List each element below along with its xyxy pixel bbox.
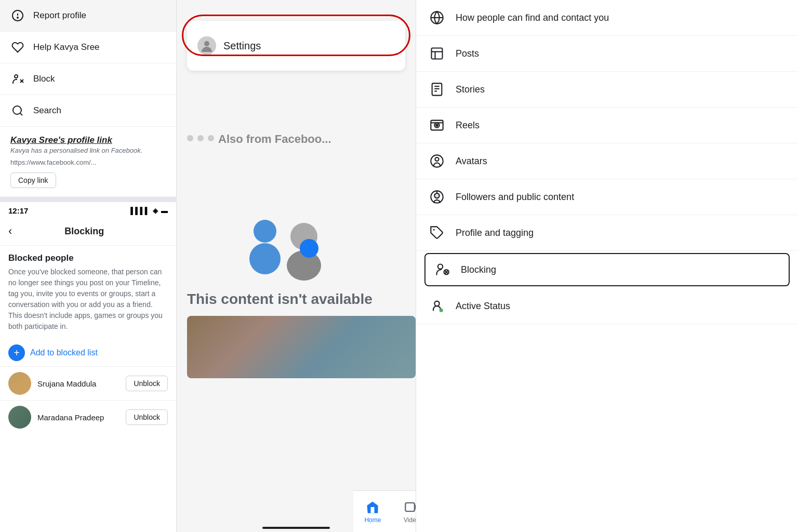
profile-link-title: Kavya Sree's profile link [10,135,166,145]
dots-blur [187,135,214,141]
help-label: Help Kavya Sree [33,42,100,52]
svg-line-7 [20,113,22,115]
right-panel: How people can find and contact you Post… [416,0,798,532]
svg-rect-25 [432,48,443,59]
svg-rect-10 [249,243,281,274]
svg-point-43 [438,264,443,269]
svg-point-6 [13,106,21,114]
how-people-label: How people can find and contact you [456,12,609,23]
avatars-label: Avatars [456,156,487,167]
copy-link-button[interactable]: Copy link [10,172,56,188]
left-panel: Report profile Help Kavya Sree Block [0,0,177,532]
home-indicator [262,527,330,529]
blocking-title: Blocking [18,226,150,237]
how-people-item[interactable]: How people can find and contact you [416,0,798,36]
signal-icon: ▌▌▌▌ [130,207,150,215]
gray-divider [0,197,176,202]
maradana-name: Maradana Pradeep [37,413,119,422]
profile-link-url: https://www.facebook.com/... [10,158,166,166]
svg-rect-14 [406,502,415,511]
menu-item-search[interactable]: Search [0,95,176,127]
settings-label: Settings [223,40,261,52]
nav-video-label: Video [404,516,416,524]
bottom-nav: Home Video Friends [353,490,416,532]
profile-link-section: Kavya Sree's profile link Kavya has a pe… [0,127,176,197]
reels-icon [429,117,445,134]
svg-point-8 [204,41,209,46]
active-status-icon [429,298,445,314]
back-button[interactable]: ‹ [8,224,12,238]
status-time: 12:17 [8,206,28,215]
posts-label: Posts [456,48,479,59]
menu-item-help[interactable]: Help Kavya Sree [0,32,176,63]
blocking-header: ‹ Blocking [0,217,176,246]
unblock-srujana-button[interactable]: Unblock [126,376,168,391]
wifi-icon: ◈ [153,207,158,215]
nav-home-label: Home [364,516,381,524]
exclamation-icon [10,8,25,23]
block-label: Block [33,74,55,84]
add-icon: + [8,344,25,361]
how-people-icon [429,9,445,26]
content-unavailable-text: This content isn't available [187,291,405,308]
status-bar: 12:17 ▌▌▌▌ ◈ ▬ [0,202,176,217]
settings-followers[interactable]: Followers and public content [416,179,798,215]
status-icons: ▌▌▌▌ ◈ ▬ [130,207,168,215]
followers-icon [429,189,445,205]
settings-active-status[interactable]: Active Status [416,288,798,324]
maradana-avatar [8,406,31,429]
settings-avatar [197,36,216,55]
svg-point-47 [434,301,439,306]
avatars-icon [429,153,445,169]
search-icon [10,103,25,118]
settings-posts[interactable]: Posts [416,36,798,72]
blocked-people-title: Blocked people [0,246,176,267]
search-label: Search [33,105,61,116]
settings-item[interactable]: Settings [197,31,395,60]
blocking-screen: 12:17 ▌▌▌▌ ◈ ▬ ‹ Blocking Blocked people… [0,202,176,434]
settings-reels[interactable]: Reels [416,108,798,143]
heart-icon [10,40,25,55]
profile-tag-icon [429,224,445,241]
settings-avatars[interactable]: Avatars [416,143,798,179]
svg-point-13 [300,239,318,258]
svg-point-48 [440,309,443,312]
reels-label: Reels [456,120,480,131]
menu-item-report[interactable]: Report profile [0,0,176,32]
blocking-illustration [218,203,353,286]
srujana-name: Srujana Maddula [37,379,119,388]
block-user-icon [10,72,25,86]
settings-profile-tagging[interactable]: Profile and tagging [416,215,798,251]
settings-stories[interactable]: Stories [416,72,798,108]
menu-item-block[interactable]: Block [0,63,176,95]
svg-point-34 [436,124,438,126]
svg-point-37 [435,157,439,161]
blocking-label: Blocking [461,264,496,275]
also-from-text: Also from Faceboo... [218,132,331,146]
center-panel: Settings Also from Faceboo... This conte… [177,0,416,532]
svg-point-3 [15,75,18,78]
stories-icon [429,81,445,98]
unblock-maradana-button[interactable]: Unblock [126,409,168,425]
blocked-description: Once you've blocked someone, that person… [0,267,176,339]
blocked-person-maradana: Maradana Pradeep Unblock [0,400,176,434]
report-label: Report profile [33,10,86,21]
followers-label: Followers and public content [456,192,574,203]
srujana-avatar [8,372,31,395]
nav-home[interactable]: Home [357,500,388,524]
svg-point-2 [17,17,18,18]
active-status-label: Active Status [456,301,510,312]
stories-label: Stories [456,84,485,95]
profile-tagging-label: Profile and tagging [456,228,534,238]
content-unavailable-image [187,316,416,378]
add-blocked-button[interactable]: + Add to blocked list [0,339,176,366]
content-unavailable-section: This content isn't available [187,291,405,378]
profile-link-subtitle: Kavya has a personalised link on Faceboo… [10,147,166,154]
svg-point-9 [254,220,276,243]
settings-blocking[interactable]: Blocking [424,253,790,286]
blocked-person-srujana: Srujana Maddula Unblock [0,366,176,400]
nav-video[interactable]: Video [396,500,416,524]
posts-icon [429,45,445,62]
blocking-icon [434,261,450,278]
add-blocked-label: Add to blocked list [30,348,98,357]
